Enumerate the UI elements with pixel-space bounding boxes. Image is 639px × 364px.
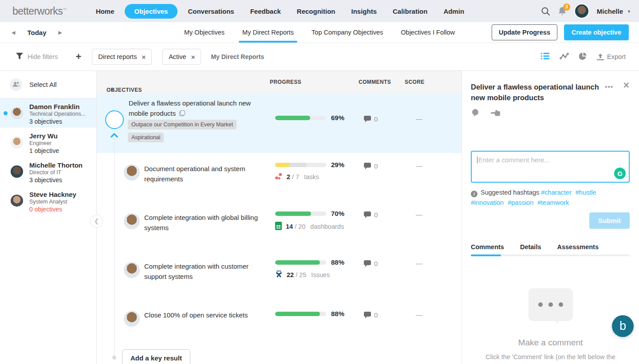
google-sheets-icon <box>275 222 282 231</box>
comments-cell[interactable]: 0 <box>364 311 378 319</box>
hide-filters-link[interactable]: Hide filters <box>28 53 58 60</box>
key-result-title[interactable]: Complete integration with global billing… <box>144 212 272 233</box>
tab-my-direct-reports[interactable]: My Direct Reports <box>242 22 294 43</box>
add-key-result-button[interactable]: Add a key result <box>122 349 190 364</box>
pie-view-icon[interactable] <box>579 52 587 62</box>
objective-row[interactable]: Deliver a flawless operational launch ne… <box>97 93 462 153</box>
chat-widget-button[interactable]: b <box>612 315 634 337</box>
balloon-icon[interactable] <box>472 109 479 119</box>
tab-objectives-i-follow[interactable]: Objectives I Follow <box>401 22 455 43</box>
search-icon[interactable] <box>541 7 550 16</box>
notifications-bell-icon[interactable]: 3 <box>558 7 567 16</box>
copy-icon[interactable] <box>179 110 185 116</box>
person-role: Technical Operations... <box>29 111 92 117</box>
objective-title-text: Deliver a flawless operational launch ne… <box>129 99 251 117</box>
close-icon[interactable]: × <box>623 80 629 90</box>
submit-comment-button[interactable]: Submit <box>589 212 630 229</box>
nav-item-insights[interactable]: Insights <box>346 4 383 19</box>
tag-chip[interactable]: Outpace our Competition in Every Market <box>128 120 237 129</box>
key-result-row[interactable]: Document operational and system requirem… <box>97 153 462 202</box>
tab-details[interactable]: Details <box>520 243 541 250</box>
tag-chip[interactable]: Aspirational <box>128 133 164 142</box>
panel-title: Deliver a flawless operational launch ne… <box>471 82 606 103</box>
tab-comments[interactable]: Comments <box>471 243 504 250</box>
key-result-row[interactable]: Complete integration with global billing… <box>97 202 462 250</box>
user-name[interactable]: Michelle <box>597 8 623 15</box>
select-all-row[interactable]: Select All <box>0 71 96 98</box>
key-result-row[interactable]: Complete integration with customer suppo… <box>97 250 462 299</box>
avatar <box>11 165 23 178</box>
key-result-title[interactable]: Document operational and system requirem… <box>144 164 272 184</box>
comment-count: 0 <box>374 311 378 319</box>
user-avatar[interactable] <box>574 4 589 19</box>
tree-view-icon[interactable] <box>560 53 569 61</box>
group-icon <box>10 78 22 91</box>
hashtag-link[interactable]: #innovation <box>471 199 504 206</box>
score-cell: — <box>416 211 422 218</box>
hashtag-link[interactable]: #character <box>541 189 572 196</box>
betterworks-logo[interactable]: betterworks™ <box>12 5 66 17</box>
comments-cell[interactable]: 0 <box>364 162 378 170</box>
key-result-title[interactable]: Close 100% of open service tickets <box>144 310 272 320</box>
nav-item-feedback[interactable]: Feedback <box>245 4 287 19</box>
nav-item-admin[interactable]: Admin <box>438 4 470 19</box>
nudge-hand-icon[interactable] <box>491 110 501 118</box>
sort-asc-icon: ▲ <box>110 87 114 91</box>
nav-item-calibration[interactable]: Calibration <box>387 4 433 19</box>
comment-input[interactable]: Enter a comment here... G <box>471 151 630 183</box>
person-michelle-thorton[interactable]: Michelle Thorton Director of IT 3 object… <box>0 157 96 186</box>
add-filter-icon[interactable]: + <box>76 52 82 62</box>
person-jerry-wu[interactable]: Jerry Wu Engineer 1 objective <box>0 128 96 157</box>
funnel-icon[interactable] <box>16 53 23 61</box>
collapse-children-icon[interactable] <box>110 131 118 139</box>
objective-title[interactable]: Deliver a flawless operational launch ne… <box>129 98 258 118</box>
remove-chip-icon[interactable]: × <box>191 54 195 60</box>
grammarly-icon[interactable]: G <box>614 168 626 179</box>
panel-tabs: Comments Details Assessments <box>471 243 599 250</box>
toolbar-actions: Update Progress Create objective <box>492 24 629 40</box>
tab-assessments[interactable]: Assessments <box>557 243 599 250</box>
owner-avatar[interactable] <box>124 311 140 327</box>
person-objective-count: 0 objectives <box>29 206 92 213</box>
chevron-down-icon[interactable]: ▾ <box>628 9 630 14</box>
owner-avatar-selected[interactable] <box>105 110 124 129</box>
export-button[interactable]: Export <box>597 53 626 60</box>
owner-avatar[interactable] <box>124 213 140 229</box>
tab-my-objectives[interactable]: My Objectives <box>184 22 225 43</box>
update-progress-button[interactable]: Update Progress <box>492 24 557 40</box>
progress-bar: 29% <box>275 161 344 168</box>
filter-chip-active[interactable]: Active × <box>162 49 201 65</box>
content: Select All Damon Franklin Technical Oper… <box>0 71 639 364</box>
date-label[interactable]: Today <box>27 29 46 36</box>
hashtag-link[interactable]: #hustle <box>576 189 596 196</box>
prev-period-icon[interactable]: ◀ <box>12 30 15 35</box>
remove-chip-icon[interactable]: × <box>142 54 146 60</box>
sidebar-collapse-button[interactable]: ❮ <box>90 215 103 227</box>
comments-cell[interactable]: 0 <box>364 260 378 267</box>
key-result-title[interactable]: Complete integration with customer suppo… <box>144 261 272 282</box>
person-name: Steve Hackney <box>29 191 92 198</box>
person-role: System Analyst <box>29 199 92 205</box>
nav-item-recognition[interactable]: Recognition <box>291 4 341 19</box>
owner-avatar[interactable] <box>124 164 140 180</box>
owner-avatar[interactable] <box>124 262 140 278</box>
hashtag-link[interactable]: #passion <box>508 199 533 206</box>
view-tabs: My Objectives My Direct Reports Top Comp… <box>184 22 455 43</box>
nav-item-home[interactable]: Home <box>90 4 120 19</box>
nav-item-conversations[interactable]: Conversations <box>182 4 240 19</box>
nav-item-objectives[interactable]: Objectives <box>125 4 178 19</box>
suggested-hashtags: iSuggested hashtags #character #hustle #… <box>471 188 631 208</box>
more-options-icon[interactable]: ••• <box>605 83 613 90</box>
next-period-icon[interactable]: ▶ <box>59 30 62 35</box>
tab-top-company-objectives[interactable]: Top Company Objectives <box>312 22 383 43</box>
list-view-icon[interactable] <box>541 53 549 61</box>
filter-chip-direct-reports[interactable]: Direct reports × <box>92 49 152 65</box>
progress-bar: 88% <box>275 310 344 317</box>
comments-cell[interactable]: 0 <box>364 115 378 123</box>
create-objective-button[interactable]: Create objective <box>564 24 629 40</box>
comments-cell[interactable]: 0 <box>364 211 378 219</box>
hashtag-link[interactable]: #teamwork <box>537 199 569 206</box>
person-damon-franklin[interactable]: Damon Franklin Technical Operations... 3… <box>0 98 96 128</box>
person-steve-hackney[interactable]: Steve Hackney System Analyst 0 objective… <box>0 186 96 215</box>
key-result-row[interactable]: Close 100% of open service tickets 88% 0… <box>97 299 462 348</box>
